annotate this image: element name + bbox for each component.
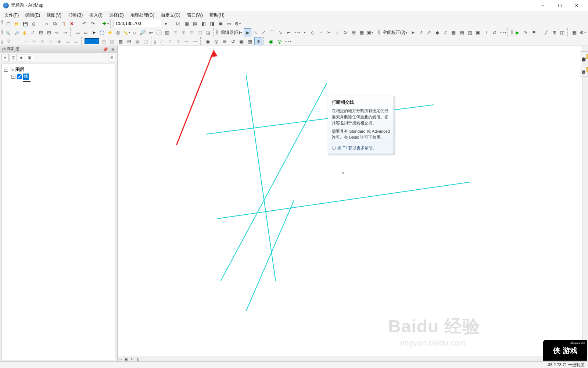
toc-root-row[interactable]: − 🗂 图层 <box>4 66 113 73</box>
sa-identity-link[interactable]: ◆ <box>433 28 441 36</box>
ae-color-swatch[interactable] <box>85 38 99 44</box>
toc-tab-options[interactable]: ⊞ <box>108 54 115 61</box>
layer-visibility-checkbox[interactable] <box>17 74 22 79</box>
time-slider-button[interactable]: 🕓 <box>155 28 163 36</box>
toolbar-grip[interactable] <box>1 20 3 27</box>
open-button[interactable] <box>13 19 21 28</box>
goto-xy-button[interactable] <box>147 28 155 36</box>
find-button[interactable] <box>131 28 139 36</box>
find-route-button[interactable]: 🔎 <box>139 28 147 36</box>
menu-customize[interactable]: 自定义(C) <box>158 11 183 19</box>
rotate-button[interactable]: ↻ <box>341 28 349 36</box>
point-button[interactable]: • <box>301 28 308 36</box>
toolbar-grip[interactable] <box>1 38 3 44</box>
geo-btn-1[interactable]: ▶ <box>514 28 521 36</box>
sketch-properties-button[interactable]: ▦ <box>358 28 366 36</box>
menu-edit[interactable]: 编辑(E) <box>22 11 43 19</box>
planarize-lines-button[interactable]: ⊞ <box>254 37 262 45</box>
sa-displacement-link[interactable]: ↗ <box>417 28 425 36</box>
ae-btn-12[interactable]: ▦ <box>116 37 125 45</box>
undo-button[interactable] <box>80 19 88 28</box>
sa-btn-10[interactable]: ⁝ <box>483 28 490 36</box>
menu-help[interactable]: 帮助(H) <box>207 11 227 19</box>
collapse-icon[interactable]: − <box>4 68 8 72</box>
save-button[interactable] <box>21 19 29 28</box>
select-elements-button[interactable] <box>90 28 98 36</box>
sa-btn-6[interactable]: ▦ <box>450 28 458 36</box>
toolbar-grip[interactable] <box>1 29 3 36</box>
reshape-button[interactable]: 〰 <box>317 28 325 36</box>
layout-view-button[interactable]: ▣ <box>123 357 129 362</box>
minimize-button[interactable]: – <box>534 0 551 11</box>
geo-btn-6[interactable]: ◫ <box>559 28 566 36</box>
editor-toolbar-btn-5[interactable]: ◨ <box>208 19 216 28</box>
sa-btn-12[interactable]: ⋯ <box>499 28 506 36</box>
menu-window[interactable]: 窗口(W) <box>184 11 206 19</box>
map-scale-combo[interactable] <box>114 20 161 27</box>
next-extent-button[interactable]: ⇒ <box>61 28 69 36</box>
topo-validate-visible[interactable]: ◎ <box>275 37 283 45</box>
clear-selection-button[interactable]: ▱ <box>82 28 89 36</box>
toolbar-grip[interactable] <box>154 38 156 44</box>
toc-tab-selection[interactable]: ▣ <box>26 54 33 61</box>
geo-btn-7[interactable]: ▦ <box>571 28 578 36</box>
fixed-zoom-out[interactable]: ⊟ <box>45 28 53 36</box>
cut-polygons-button[interactable]: ✂ <box>325 28 333 36</box>
maximize-button[interactable]: ☐ <box>551 0 568 11</box>
menu-selection[interactable]: 选择(S) <box>106 11 127 19</box>
sa-edge-match[interactable]: ⫽ <box>442 28 449 36</box>
data-view-button[interactable]: ▭ <box>118 357 123 362</box>
hyperlink-button[interactable]: ⚡ <box>106 28 114 36</box>
sa-select-button[interactable]: ➤ <box>409 28 417 36</box>
editor-toolbar-btn-2[interactable]: ▦ <box>183 19 191 28</box>
topo-btn-10[interactable]: ▣ <box>237 37 245 45</box>
editor-toolbar-btn-8[interactable]: ⚙ <box>233 19 241 28</box>
geo-btn-8[interactable]: ⚙ <box>579 28 587 36</box>
straight-segment-button[interactable]: ／ <box>260 28 268 36</box>
create-features-button[interactable]: ▣ <box>366 28 374 36</box>
arc-segment-button[interactable]: ⌒ <box>268 28 276 36</box>
toolbar-grip[interactable] <box>511 29 513 36</box>
edit-tool-button[interactable]: ▶ <box>244 28 251 36</box>
topo-btn-7[interactable]: ◎ <box>212 37 220 45</box>
map-scrollbar-vertical[interactable] <box>582 46 588 356</box>
toc-tab-visibility[interactable]: ◆ <box>18 54 25 61</box>
spatial-adjust-menu[interactable]: 空间校正(J) <box>381 29 409 36</box>
menu-file[interactable]: 文件(F) <box>1 11 22 19</box>
editor-toolbar-btn-7[interactable]: ▭ <box>225 19 233 28</box>
sa-btn-9[interactable]: ▣ <box>474 28 482 36</box>
geo-btn-2[interactable]: ✎ <box>522 28 530 36</box>
full-extent-button[interactable] <box>29 28 36 36</box>
add-data-button[interactable] <box>101 19 109 28</box>
editor-menu[interactable]: 编辑器(R) <box>219 29 243 36</box>
menu-geoprocess[interactable]: 地理处理(G) <box>128 11 157 19</box>
menu-view[interactable]: 视图(V) <box>44 11 64 19</box>
trace-button[interactable]: ∿ <box>276 28 284 36</box>
sa-attribute-transfer[interactable]: ⇄ <box>491 28 498 36</box>
new-button[interactable] <box>4 19 12 28</box>
toc-tab-drawing-order[interactable]: ≡ <box>1 54 9 61</box>
topo-more[interactable]: ⋯ <box>284 37 292 45</box>
layer-symbol[interactable] <box>23 81 31 82</box>
toc-pin-button[interactable]: 📌 <box>103 47 108 52</box>
copy-button[interactable] <box>51 19 59 28</box>
print-button[interactable] <box>30 19 38 28</box>
cut-button[interactable] <box>42 19 50 28</box>
geo-btn-3[interactable]: ⚑ <box>530 28 538 36</box>
topo-btn-9[interactable]: ↺ <box>229 37 237 45</box>
topo-btn-6[interactable]: ◉ <box>204 37 212 45</box>
toc-tab-source[interactable]: ◫ <box>10 54 17 61</box>
scale-dropdown[interactable]: ▾ <box>162 19 170 28</box>
close-button[interactable]: ✕ <box>568 0 585 11</box>
geo-btn-4[interactable]: ╱ <box>542 28 550 36</box>
zoom-out-button[interactable] <box>12 28 20 36</box>
refresh-button[interactable]: ↻ <box>129 357 135 362</box>
collapse-icon[interactable]: − <box>11 75 15 79</box>
prev-extent-button[interactable]: ⇐ <box>53 28 61 36</box>
map-scale-input[interactable] <box>115 21 159 26</box>
right-tab-create-features[interactable]: 创建要素 <box>580 51 588 63</box>
right-angle-button[interactable]: ⌐ <box>284 28 292 36</box>
topo-btn-8[interactable]: ⊕ <box>220 37 229 45</box>
zoom-in-button[interactable] <box>4 28 12 36</box>
pause-drawing-button[interactable]: ‖ <box>135 357 141 362</box>
